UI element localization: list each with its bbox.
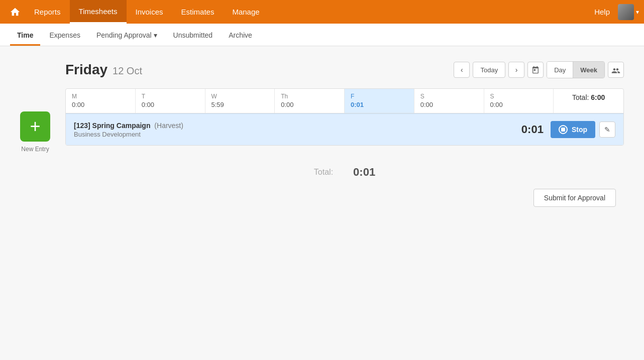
team-view-button[interactable] [608,62,624,78]
day-header-s1: S 0:00 [414,89,484,113]
timesheet-entry-row: [123] Spring Campaign (Harvest) Business… [66,113,623,145]
nav-timesheets[interactable]: Timesheets [70,0,127,24]
user-avatar-menu[interactable]: ▾ [618,4,639,20]
nav-estimates[interactable]: Estimates [172,0,224,24]
plus-icon: + [30,117,40,136]
today-button[interactable]: Today [473,62,505,78]
day-header-f: F 0:01 [345,89,414,113]
stop-label: Stop [572,126,587,134]
week-header-row: M 0:00 T 0:00 W 5:59 Th 0:00 F 0:01 [66,89,623,113]
nav-invoices[interactable]: Invoices [127,0,172,24]
view-toggle-group: Day Week [547,61,605,78]
main-content: + New Entry Friday 12 Oct ‹ Today › D [0,46,644,360]
stop-button[interactable]: Stop [551,121,595,138]
stop-square [561,128,565,132]
edit-entry-button[interactable]: ✎ [599,122,615,138]
date-header: Friday 12 Oct ‹ Today › Day Week [65,61,624,78]
day-letter-m: M [72,93,129,100]
day-letter-th: Th [281,93,338,100]
new-entry-label: New Entry [21,146,49,153]
submit-area: Submit for Approval [65,189,624,217]
total-section: Total: 0:01 [65,156,624,189]
project-client: (Harvest) [154,122,183,130]
day-time-s1: 0:00 [420,101,433,108]
day-time-t: 0:00 [142,101,154,108]
day-time-m: 0:00 [72,101,84,108]
tab-pending-approval[interactable]: Pending Approval ▾ [89,26,164,46]
day-header-s2: S 0:00 [484,89,554,113]
day-header-t: T 0:00 [136,89,205,113]
tab-unsubmitted[interactable]: Unsubmitted [166,26,220,46]
nav-manage[interactable]: Manage [223,0,268,24]
date-display: Friday 12 Oct [65,62,142,78]
timesheet-info: [123] Spring Campaign (Harvest) Business… [74,122,521,138]
week-total-value: Total: 6:00 [566,89,611,105]
week-view-button[interactable]: Week [573,62,604,78]
stop-icon [559,125,568,134]
day-time-w: 5:59 [211,101,224,108]
day-header-th: Th 0:00 [275,89,345,113]
day-header-m: M 0:00 [66,89,136,113]
tab-expenses[interactable]: Expenses [42,26,87,46]
avatar-chevron: ▾ [636,9,639,16]
day-letter-t: T [142,93,199,100]
total-label: Total: [314,168,333,177]
day-letter-s2: S [490,93,548,100]
week-grid: M 0:00 T 0:00 W 5:59 Th 0:00 F 0:01 [65,88,624,146]
tab-archive[interactable]: Archive [222,26,259,46]
help-link[interactable]: Help [594,8,610,16]
tab-time[interactable]: Time [10,26,40,46]
day-view-button[interactable]: Day [547,62,573,78]
day-letter-f: F [351,93,408,100]
date-day: Friday [65,62,108,78]
new-entry-button[interactable]: + [20,111,50,142]
day-time-th: 0:00 [281,101,293,108]
day-letter-w: W [211,93,269,100]
nav-reports[interactable]: Reports [25,0,70,24]
week-total-header: Total: 6:00 [554,89,623,113]
submit-for-approval-button[interactable]: Submit for Approval [533,189,616,207]
day-letter-s1: S [420,93,478,100]
timesheet-category: Business Development [74,131,521,138]
date-full: 12 Oct [113,65,142,77]
total-value: 0:01 [353,166,375,179]
avatar [618,4,634,20]
left-sidebar: + New Entry [20,61,50,360]
next-date-button[interactable]: › [508,62,524,78]
day-time-s2: 0:00 [490,101,503,108]
day-header-w: W 5:59 [205,89,275,113]
date-nav-controls: ‹ Today › Day Week [454,61,624,78]
home-button[interactable] [5,0,25,24]
timesheet-project: [123] Spring Campaign (Harvest) [74,122,521,130]
timesheet-timer: 0:01 [521,123,544,136]
top-navigation: Reports Timesheets Invoices Estimates Ma… [0,0,644,24]
edit-icon: ✎ [604,126,610,134]
day-time-f: 0:01 [351,101,364,108]
calendar-button[interactable] [527,62,544,78]
project-name: [123] Spring Campaign [74,122,150,130]
prev-date-button[interactable]: ‹ [454,62,470,78]
content-area: Friday 12 Oct ‹ Today › Day Week [65,61,624,360]
sub-navigation: Time Expenses Pending Approval ▾ Unsubmi… [0,24,644,46]
